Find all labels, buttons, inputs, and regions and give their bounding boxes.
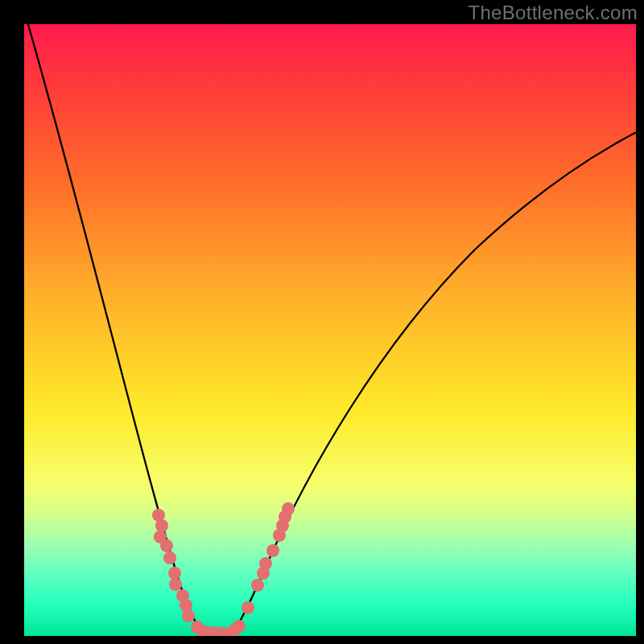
data-dot [169,578,182,591]
data-dot [259,557,272,570]
data-dot [155,519,168,532]
chart-svg [24,24,636,636]
curve-left [26,24,203,634]
data-dot [163,551,176,564]
data-dot [266,544,279,557]
plot-area [24,24,636,636]
chart-frame: TheBottleneck.com [0,0,644,644]
data-dot [168,567,181,580]
curve-right [232,130,636,634]
data-dot [251,579,264,592]
data-dot [282,502,295,515]
watermark-text: TheBottleneck.com [468,2,638,24]
data-dot [160,539,173,552]
data-dot [242,601,254,614]
data-dot [182,609,195,622]
data-dot [233,620,246,633]
